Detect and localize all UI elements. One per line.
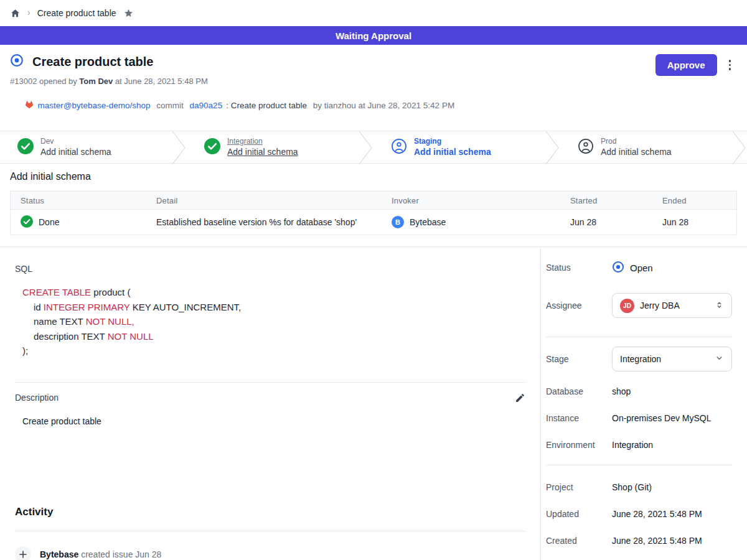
- assignee-value: Jerry DBA: [640, 301, 709, 310]
- stage-task-label: Add initial schema: [40, 146, 111, 158]
- person-circle-icon: [391, 138, 407, 157]
- vcs-commit-by: by tianzhou at June 28, 2021 5:42 PM: [313, 101, 454, 110]
- stage-separator: [731, 131, 747, 163]
- stage-separator: [171, 131, 187, 163]
- stage-env-label: Staging: [414, 137, 491, 146]
- sql-section-label: SQL: [15, 264, 525, 274]
- status-label: Status: [546, 263, 612, 273]
- stage-dropdown[interactable]: Integration: [612, 347, 732, 371]
- created-row: Created June 28, 2021 5:48 PM: [546, 531, 732, 550]
- task-section-title: Add initial schema: [10, 171, 737, 182]
- activity-actor: Bytebase: [40, 549, 78, 559]
- updated-value: June 28, 2021 5:48 PM: [612, 509, 702, 519]
- instance-value: On-premises Dev MySQL: [612, 413, 711, 423]
- stage-staging[interactable]: Staging Add initial schema: [374, 131, 544, 163]
- task-invoker: Bytebase: [410, 217, 446, 227]
- col-ended: Ended: [652, 196, 736, 205]
- breadcrumb: › Create product table: [0, 0, 747, 26]
- pencil-icon[interactable]: [515, 393, 525, 403]
- issue-id-text: #13002 opened by: [10, 77, 79, 86]
- open-status-icon: [10, 54, 24, 70]
- assignee-dropdown[interactable]: JD Jerry DBA: [612, 293, 732, 318]
- stage-label: Stage: [546, 354, 612, 364]
- stage-separator: [357, 131, 374, 163]
- person-circle-icon: [578, 138, 594, 157]
- stage-integration[interactable]: Integration Add initial schema: [187, 131, 357, 163]
- stage-dev[interactable]: Dev Add initial schema: [0, 131, 171, 163]
- approval-banner: Waiting Approval: [0, 26, 747, 45]
- vcs-commit-line: master@bytebase-demo/shop commit da90a25…: [10, 90, 733, 121]
- vcs-commit-hash-link[interactable]: da90a25: [190, 101, 223, 110]
- sql-text: description TEXT: [34, 331, 108, 342]
- col-started: Started: [560, 196, 652, 205]
- page-title: Create product table: [32, 55, 153, 69]
- task-table: Status Detail Invoker Started Ended Done…: [10, 191, 737, 235]
- project-row: Project Shop (Git): [546, 478, 732, 497]
- sql-keyword: INTEGER PRIMARY: [44, 302, 130, 312]
- stage-task-label: Add initial schema: [601, 146, 672, 158]
- assignee-avatar: JD: [620, 299, 634, 313]
- sql-text: product (: [91, 287, 130, 297]
- sql-text: KEY AUTO_INCREMENT,: [129, 302, 241, 312]
- sql-text: id: [34, 302, 44, 312]
- activity-action: created issue Jun 28: [78, 549, 161, 559]
- description-text: Create product table: [22, 416, 525, 426]
- status-value: Open: [630, 263, 653, 273]
- vcs-commit-message: : Create product table: [226, 101, 309, 110]
- vcs-commit-label: commit: [154, 101, 186, 110]
- stage-env-label: Integration: [227, 137, 298, 146]
- divider: [546, 465, 732, 465]
- check-circle-icon: [204, 138, 220, 157]
- approve-button[interactable]: Approve: [655, 54, 717, 76]
- col-status: Status: [11, 196, 146, 205]
- stage-value: Integration: [620, 354, 709, 364]
- database-label: Database: [546, 386, 612, 396]
- stage-task-label: Add initial schema: [227, 146, 298, 158]
- sql-keyword: NOT NULL: [108, 331, 154, 342]
- sql-text: );: [22, 345, 28, 356]
- sql-statement: CREATE TABLE product ( id INTEGER PRIMAR…: [22, 285, 525, 358]
- invoker-avatar: B: [392, 216, 404, 228]
- stage-env-label: Prod: [601, 137, 672, 146]
- stage-task-label: Add initial schema: [414, 146, 491, 158]
- issue-sidebar: Status Open Assignee JD Jerry DBA Stage: [540, 247, 747, 560]
- kebab-menu-icon[interactable]: [726, 57, 734, 73]
- instance-row: Instance On-premises Dev MySQL: [546, 409, 732, 427]
- database-value: shop: [612, 386, 631, 396]
- chevron-right-icon: ›: [27, 7, 31, 17]
- col-invoker: Invoker: [382, 196, 560, 205]
- created-value: June 28, 2021 5:48 PM: [612, 536, 702, 546]
- environment-label: Environment: [546, 440, 612, 450]
- selector-icon: [715, 300, 724, 312]
- assignee-row: Assignee JD Jerry DBA: [546, 293, 732, 318]
- stage-row: Stage Integration: [546, 347, 732, 371]
- updated-label: Updated: [546, 509, 612, 519]
- instance-label: Instance: [546, 413, 612, 423]
- task-detail: Established baseline version %s for data…: [146, 217, 382, 227]
- task-status: Done: [39, 217, 59, 227]
- gitlab-icon: [10, 90, 34, 121]
- task-started: Jun 28: [560, 217, 652, 227]
- project-label: Project: [546, 482, 612, 492]
- issue-author: Tom Dev: [79, 77, 113, 86]
- project-value: Shop (Git): [612, 482, 652, 492]
- home-icon[interactable]: [10, 8, 21, 19]
- sql-text: name TEXT: [34, 316, 86, 327]
- task-table-row[interactable]: Done Established baseline version %s for…: [11, 210, 736, 235]
- issue-open-time: at June 28, 2021 5:48 PM: [113, 77, 208, 86]
- check-circle-icon: [17, 138, 34, 157]
- chevron-down-icon: [715, 353, 724, 365]
- environment-row: Environment Integration: [546, 436, 732, 454]
- star-icon[interactable]: [123, 8, 134, 19]
- col-detail: Detail: [146, 196, 382, 205]
- assignee-label: Assignee: [546, 301, 612, 310]
- environment-value: Integration: [612, 440, 653, 450]
- breadcrumb-page-title: Create product table: [37, 8, 116, 18]
- activity-title: Activity: [15, 506, 525, 518]
- check-circle-icon: [21, 215, 33, 230]
- description-label: Description: [15, 393, 59, 403]
- stage-prod[interactable]: Prod Add initial schema: [560, 131, 731, 163]
- vcs-branch-repo-link[interactable]: master@bytebase-demo/shop: [38, 101, 151, 110]
- issue-meta: #13002 opened by Tom Dev at June 28, 202…: [10, 77, 733, 86]
- stage-separator: [544, 131, 560, 163]
